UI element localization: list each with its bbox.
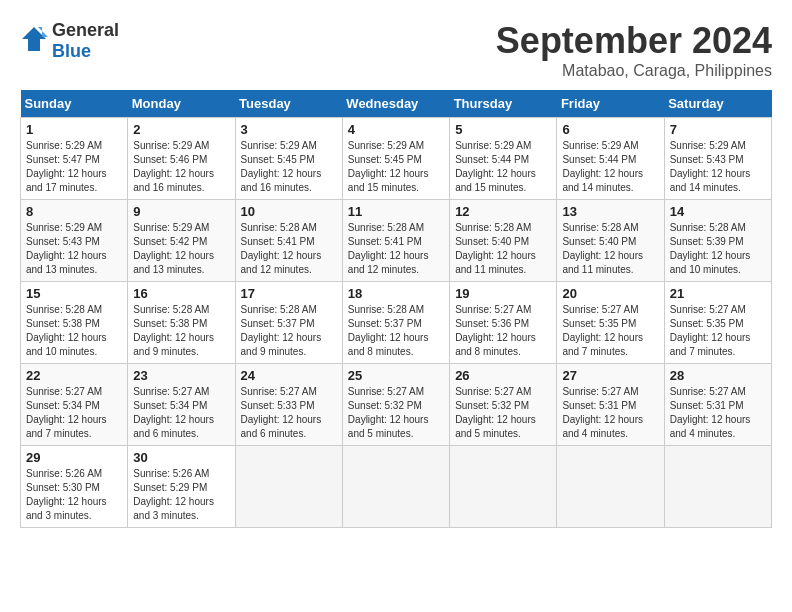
calendar-cell <box>450 446 557 528</box>
calendar-table: Sunday Monday Tuesday Wednesday Thursday… <box>20 90 772 528</box>
calendar-cell: 9Sunrise: 5:29 AM Sunset: 5:42 PM Daylig… <box>128 200 235 282</box>
calendar-cell: 12Sunrise: 5:28 AM Sunset: 5:40 PM Dayli… <box>450 200 557 282</box>
day-number: 20 <box>562 286 658 301</box>
day-number: 5 <box>455 122 551 137</box>
day-number: 24 <box>241 368 337 383</box>
calendar-cell: 2Sunrise: 5:29 AM Sunset: 5:46 PM Daylig… <box>128 118 235 200</box>
day-number: 23 <box>133 368 229 383</box>
day-info: Sunrise: 5:28 AM Sunset: 5:37 PM Dayligh… <box>241 303 337 359</box>
day-number: 14 <box>670 204 766 219</box>
calendar-cell: 1Sunrise: 5:29 AM Sunset: 5:47 PM Daylig… <box>21 118 128 200</box>
day-info: Sunrise: 5:27 AM Sunset: 5:31 PM Dayligh… <box>562 385 658 441</box>
day-info: Sunrise: 5:28 AM Sunset: 5:41 PM Dayligh… <box>241 221 337 277</box>
header: General Blue September 2024 Matabao, Car… <box>20 20 772 80</box>
location-title: Matabao, Caraga, Philippines <box>496 62 772 80</box>
calendar-cell <box>664 446 771 528</box>
day-number: 27 <box>562 368 658 383</box>
calendar-cell: 8Sunrise: 5:29 AM Sunset: 5:43 PM Daylig… <box>21 200 128 282</box>
day-info: Sunrise: 5:27 AM Sunset: 5:31 PM Dayligh… <box>670 385 766 441</box>
calendar-cell: 24Sunrise: 5:27 AM Sunset: 5:33 PM Dayli… <box>235 364 342 446</box>
month-title: September 2024 <box>496 20 772 62</box>
svg-marker-0 <box>22 27 46 51</box>
day-number: 8 <box>26 204 122 219</box>
col-thursday: Thursday <box>450 90 557 118</box>
calendar-cell: 27Sunrise: 5:27 AM Sunset: 5:31 PM Dayli… <box>557 364 664 446</box>
day-info: Sunrise: 5:29 AM Sunset: 5:43 PM Dayligh… <box>26 221 122 277</box>
calendar-cell: 30Sunrise: 5:26 AM Sunset: 5:29 PM Dayli… <box>128 446 235 528</box>
calendar-cell <box>557 446 664 528</box>
day-number: 21 <box>670 286 766 301</box>
day-number: 28 <box>670 368 766 383</box>
day-number: 19 <box>455 286 551 301</box>
day-info: Sunrise: 5:29 AM Sunset: 5:46 PM Dayligh… <box>133 139 229 195</box>
day-info: Sunrise: 5:27 AM Sunset: 5:32 PM Dayligh… <box>455 385 551 441</box>
logo: General Blue <box>20 20 119 62</box>
col-tuesday: Tuesday <box>235 90 342 118</box>
day-number: 3 <box>241 122 337 137</box>
day-info: Sunrise: 5:29 AM Sunset: 5:45 PM Dayligh… <box>348 139 444 195</box>
calendar-week-3: 22Sunrise: 5:27 AM Sunset: 5:34 PM Dayli… <box>21 364 772 446</box>
calendar-cell: 28Sunrise: 5:27 AM Sunset: 5:31 PM Dayli… <box>664 364 771 446</box>
col-saturday: Saturday <box>664 90 771 118</box>
day-info: Sunrise: 5:27 AM Sunset: 5:36 PM Dayligh… <box>455 303 551 359</box>
day-info: Sunrise: 5:28 AM Sunset: 5:38 PM Dayligh… <box>26 303 122 359</box>
day-info: Sunrise: 5:28 AM Sunset: 5:40 PM Dayligh… <box>562 221 658 277</box>
calendar-cell <box>235 446 342 528</box>
calendar-week-1: 8Sunrise: 5:29 AM Sunset: 5:43 PM Daylig… <box>21 200 772 282</box>
day-number: 16 <box>133 286 229 301</box>
day-info: Sunrise: 5:28 AM Sunset: 5:38 PM Dayligh… <box>133 303 229 359</box>
day-info: Sunrise: 5:28 AM Sunset: 5:37 PM Dayligh… <box>348 303 444 359</box>
calendar-cell: 6Sunrise: 5:29 AM Sunset: 5:44 PM Daylig… <box>557 118 664 200</box>
calendar-cell: 20Sunrise: 5:27 AM Sunset: 5:35 PM Dayli… <box>557 282 664 364</box>
calendar-week-2: 15Sunrise: 5:28 AM Sunset: 5:38 PM Dayli… <box>21 282 772 364</box>
calendar-cell: 29Sunrise: 5:26 AM Sunset: 5:30 PM Dayli… <box>21 446 128 528</box>
day-number: 2 <box>133 122 229 137</box>
day-info: Sunrise: 5:28 AM Sunset: 5:40 PM Dayligh… <box>455 221 551 277</box>
day-info: Sunrise: 5:28 AM Sunset: 5:39 PM Dayligh… <box>670 221 766 277</box>
logo-blue: Blue <box>52 41 91 61</box>
col-friday: Friday <box>557 90 664 118</box>
day-number: 7 <box>670 122 766 137</box>
calendar-cell: 23Sunrise: 5:27 AM Sunset: 5:34 PM Dayli… <box>128 364 235 446</box>
calendar-cell: 13Sunrise: 5:28 AM Sunset: 5:40 PM Dayli… <box>557 200 664 282</box>
calendar-week-4: 29Sunrise: 5:26 AM Sunset: 5:30 PM Dayli… <box>21 446 772 528</box>
calendar-header-row: Sunday Monday Tuesday Wednesday Thursday… <box>21 90 772 118</box>
logo-text: General Blue <box>52 20 119 62</box>
day-info: Sunrise: 5:29 AM Sunset: 5:43 PM Dayligh… <box>670 139 766 195</box>
col-sunday: Sunday <box>21 90 128 118</box>
calendar-cell: 26Sunrise: 5:27 AM Sunset: 5:32 PM Dayli… <box>450 364 557 446</box>
calendar-cell: 15Sunrise: 5:28 AM Sunset: 5:38 PM Dayli… <box>21 282 128 364</box>
calendar-cell: 10Sunrise: 5:28 AM Sunset: 5:41 PM Dayli… <box>235 200 342 282</box>
day-info: Sunrise: 5:29 AM Sunset: 5:44 PM Dayligh… <box>455 139 551 195</box>
day-info: Sunrise: 5:28 AM Sunset: 5:41 PM Dayligh… <box>348 221 444 277</box>
calendar-cell: 17Sunrise: 5:28 AM Sunset: 5:37 PM Dayli… <box>235 282 342 364</box>
day-number: 11 <box>348 204 444 219</box>
day-number: 4 <box>348 122 444 137</box>
day-number: 17 <box>241 286 337 301</box>
day-info: Sunrise: 5:26 AM Sunset: 5:30 PM Dayligh… <box>26 467 122 523</box>
day-info: Sunrise: 5:27 AM Sunset: 5:35 PM Dayligh… <box>670 303 766 359</box>
logo-icon <box>20 25 48 57</box>
calendar-cell: 16Sunrise: 5:28 AM Sunset: 5:38 PM Dayli… <box>128 282 235 364</box>
day-info: Sunrise: 5:27 AM Sunset: 5:35 PM Dayligh… <box>562 303 658 359</box>
day-number: 26 <box>455 368 551 383</box>
col-wednesday: Wednesday <box>342 90 449 118</box>
calendar-cell: 14Sunrise: 5:28 AM Sunset: 5:39 PM Dayli… <box>664 200 771 282</box>
calendar-cell: 25Sunrise: 5:27 AM Sunset: 5:32 PM Dayli… <box>342 364 449 446</box>
calendar-cell: 18Sunrise: 5:28 AM Sunset: 5:37 PM Dayli… <box>342 282 449 364</box>
calendar-cell <box>342 446 449 528</box>
calendar-cell: 19Sunrise: 5:27 AM Sunset: 5:36 PM Dayli… <box>450 282 557 364</box>
day-number: 29 <box>26 450 122 465</box>
calendar-cell: 21Sunrise: 5:27 AM Sunset: 5:35 PM Dayli… <box>664 282 771 364</box>
day-info: Sunrise: 5:26 AM Sunset: 5:29 PM Dayligh… <box>133 467 229 523</box>
day-number: 18 <box>348 286 444 301</box>
day-info: Sunrise: 5:29 AM Sunset: 5:47 PM Dayligh… <box>26 139 122 195</box>
calendar-cell: 22Sunrise: 5:27 AM Sunset: 5:34 PM Dayli… <box>21 364 128 446</box>
day-info: Sunrise: 5:29 AM Sunset: 5:42 PM Dayligh… <box>133 221 229 277</box>
day-info: Sunrise: 5:29 AM Sunset: 5:45 PM Dayligh… <box>241 139 337 195</box>
day-info: Sunrise: 5:29 AM Sunset: 5:44 PM Dayligh… <box>562 139 658 195</box>
day-number: 12 <box>455 204 551 219</box>
day-number: 30 <box>133 450 229 465</box>
day-number: 22 <box>26 368 122 383</box>
calendar-cell: 11Sunrise: 5:28 AM Sunset: 5:41 PM Dayli… <box>342 200 449 282</box>
